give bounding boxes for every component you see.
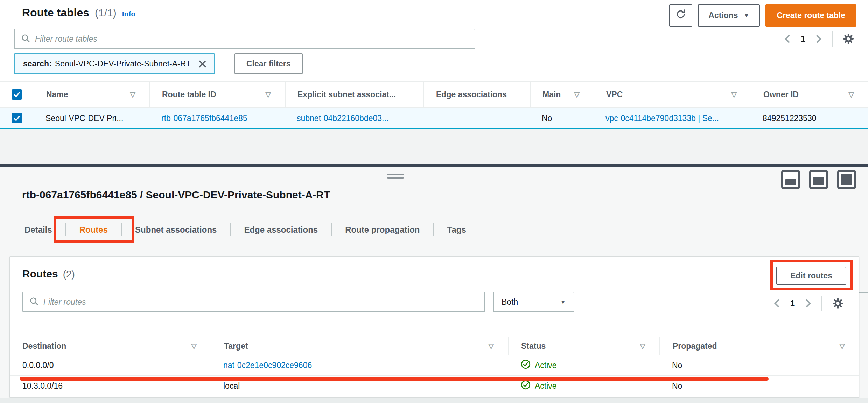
panel-position-bottom-icon[interactable]: [781, 170, 800, 189]
tab-subnet-associations[interactable]: Subnet associations: [122, 222, 230, 238]
column-header-route-table-id[interactable]: Route table ID▽: [149, 82, 285, 107]
select-all-checkbox[interactable]: [12, 89, 22, 100]
sort-icon[interactable]: ▽: [849, 90, 854, 99]
sort-icon[interactable]: ▽: [840, 342, 845, 350]
route-tables-filter-input[interactable]: [35, 34, 468, 44]
refresh-icon: [675, 9, 686, 22]
page-title-count: (1/1): [95, 7, 117, 19]
info-link[interactable]: Info: [122, 10, 135, 18]
remove-filter-icon[interactable]: [198, 59, 207, 69]
detail-panel: rtb-067a1765fb6441e85 / Seoul-VPC-DEV-Pr…: [0, 167, 868, 403]
panel-drag-handle-icon[interactable]: [387, 174, 404, 181]
actions-button[interactable]: Actions ▼: [698, 4, 760, 27]
column-header-explicit-subnet[interactable]: Explicit subnet associat...: [285, 82, 424, 107]
page-title: Route tables: [22, 6, 89, 19]
nat-gateway-link[interactable]: nat-0c2e1e0c902ce9606: [223, 361, 312, 370]
cell-vpc: vpc-0c4114be790d3133b | Se...: [594, 108, 751, 128]
route-row[interactable]: 0.0.0.0/0 nat-0c2e1e0c902ce9606 Active: [10, 355, 859, 376]
column-header-vpc[interactable]: VPC▽: [594, 82, 751, 107]
table-header-row: Name▽ Route table ID▽ Explicit subnet as…: [0, 81, 868, 108]
panel-position-full-icon[interactable]: [837, 170, 856, 189]
create-route-table-label: Create route table: [777, 11, 845, 20]
header-actions: Actions ▼ Create route table: [669, 4, 856, 27]
cell-destination: 0.0.0.0/0: [10, 355, 211, 375]
routes-pagination: 1: [773, 295, 844, 311]
column-header-main[interactable]: Main▽: [530, 82, 594, 107]
column-header-propagated[interactable]: Propagated▽: [659, 337, 859, 355]
vpc-link[interactable]: vpc-0c4114be790d3133b | Se...: [606, 114, 719, 123]
pagination-divider: [832, 31, 833, 47]
cell-target: nat-0c2e1e0c902ce9606: [211, 355, 508, 375]
tab-tags[interactable]: Tags: [434, 222, 479, 238]
vpc-route-tables-page: Route tables (1/1) Info Actions ▼ Create…: [0, 0, 868, 403]
previous-page-icon[interactable]: [784, 34, 791, 44]
cell-propagated: No: [659, 355, 859, 375]
status-active-icon: [520, 380, 531, 392]
panel-bottom-strip: [0, 398, 868, 403]
panel-position-half-icon[interactable]: [809, 170, 828, 189]
select-all-cell: [0, 82, 34, 107]
refresh-button[interactable]: [669, 4, 692, 27]
create-route-table-button[interactable]: Create route table: [765, 4, 856, 27]
column-header-target[interactable]: Target▽: [211, 337, 508, 355]
sort-icon[interactable]: ▽: [130, 90, 135, 99]
sort-icon[interactable]: ▽: [266, 90, 271, 99]
sort-icon[interactable]: ▽: [574, 90, 580, 99]
search-icon: [21, 34, 30, 44]
filter-tag-value: Seoul-VPC-DEV-Private-Subnet-A-RT: [55, 59, 191, 69]
table-row-selected[interactable]: Seoul-VPC-DEV-Pri... rtb-067a1765fb6441e…: [0, 108, 868, 129]
routes-table: Destination▽ Target▽ Status▽ Propagated▽…: [10, 337, 859, 396]
search-icon: [29, 297, 38, 307]
clear-filters-label: Clear filters: [246, 59, 291, 69]
tab-edge-associations[interactable]: Edge associations: [231, 222, 331, 238]
cell-status: Active: [508, 355, 659, 375]
cell-explicit-subnet: subnet-04b22160bde03...: [285, 108, 424, 128]
next-page-icon[interactable]: [804, 298, 812, 308]
routes-heading: Routes (2): [22, 268, 75, 280]
page-header: Route tables (1/1) Info: [22, 6, 135, 19]
active-filters-row: search: Seoul-VPC-DEV-Private-Subnet-A-R…: [14, 53, 303, 74]
cell-name: Seoul-VPC-DEV-Pri...: [34, 108, 149, 128]
current-page-number[interactable]: 1: [790, 298, 795, 308]
red-annotation-underline: [20, 377, 769, 381]
route-tables-pagination: 1: [784, 29, 855, 48]
route-tables-section: Route tables (1/1) Info Actions ▼ Create…: [0, 0, 868, 164]
clear-filters-button[interactable]: Clear filters: [234, 53, 303, 74]
settings-gear-icon[interactable]: [842, 33, 855, 45]
column-header-destination[interactable]: Destination▽: [10, 337, 211, 355]
status-active-icon: [520, 359, 531, 372]
column-header-name[interactable]: Name▽: [34, 82, 149, 107]
sort-icon[interactable]: ▽: [640, 342, 645, 350]
routes-filter[interactable]: [22, 292, 485, 312]
tab-route-propagation[interactable]: Route propagation: [332, 222, 433, 238]
sort-icon[interactable]: ▽: [191, 342, 197, 350]
next-page-icon[interactable]: [815, 34, 822, 44]
edit-routes-button[interactable]: Edit routes: [776, 267, 846, 285]
actions-button-label: Actions: [708, 11, 738, 20]
previous-page-icon[interactable]: [773, 298, 781, 308]
tab-routes[interactable]: Routes: [66, 222, 121, 238]
route-scope-select[interactable]: Both ▼: [493, 292, 574, 312]
route-table-id-link[interactable]: rtb-067a1765fb6441e85: [161, 114, 247, 123]
sort-icon[interactable]: ▽: [489, 342, 494, 350]
cell-owner-id: 849251223530: [751, 108, 868, 128]
routes-card: Routes (2) Edit routes Both ▼: [9, 256, 859, 398]
row-checkbox[interactable]: [12, 113, 22, 123]
column-header-owner-id[interactable]: Owner ID▽: [751, 82, 868, 107]
routes-filter-input[interactable]: [43, 297, 478, 307]
routes-header-row: Destination▽ Target▽ Status▽ Propagated▽: [10, 337, 859, 355]
current-page-number[interactable]: 1: [801, 34, 805, 44]
cell-main: No: [530, 108, 594, 128]
column-header-edge-associations[interactable]: Edge associations: [424, 82, 530, 107]
tab-details[interactable]: Details: [11, 222, 65, 238]
search-filter-tag[interactable]: search: Seoul-VPC-DEV-Private-Subnet-A-R…: [14, 53, 215, 74]
pagination-divider: [821, 296, 822, 311]
column-header-status[interactable]: Status▽: [508, 337, 659, 355]
route-tables-filter[interactable]: [14, 29, 475, 49]
edit-routes-wrapper: Edit routes: [776, 267, 846, 285]
sort-icon[interactable]: ▽: [732, 90, 737, 99]
settings-gear-icon[interactable]: [832, 297, 844, 310]
row-select-cell: [0, 108, 34, 128]
cell-route-table-id: rtb-067a1765fb6441e85: [149, 108, 285, 128]
subnet-link[interactable]: subnet-04b22160bde03...: [297, 114, 388, 123]
